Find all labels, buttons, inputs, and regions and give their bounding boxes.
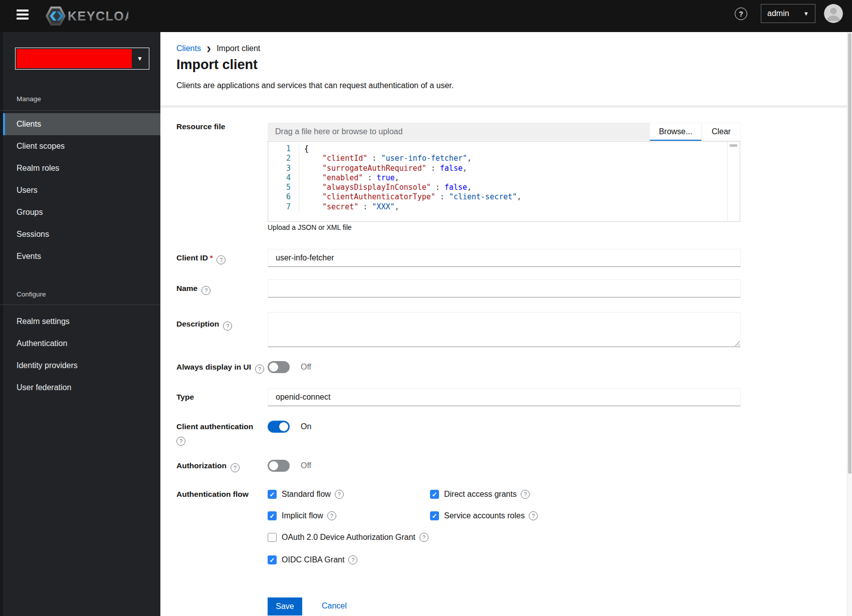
nav-group-configure: Configure xyxy=(17,290,46,298)
name-help-icon[interactable] xyxy=(201,286,210,295)
client-id-input[interactable] xyxy=(268,249,741,267)
resource-file-drop-input[interactable] xyxy=(268,123,650,141)
cancel-link[interactable]: Cancel xyxy=(322,601,347,610)
page-subtitle: Clients are applications and services th… xyxy=(176,81,454,90)
divider xyxy=(0,110,160,111)
divider xyxy=(0,304,160,305)
json-code-editor[interactable]: 1{ 2"clientId" : "user-info-fetcher", 3"… xyxy=(268,141,740,222)
keycloak-logo-image: KEYCLOAK xyxy=(44,5,128,27)
sidebar-item-sessions[interactable]: Sessions xyxy=(3,223,160,245)
chevron-right-icon xyxy=(206,46,211,52)
user-menu-dropdown[interactable]: admin xyxy=(761,4,815,23)
client-id-help-icon[interactable] xyxy=(217,255,226,264)
editor-scrollbar-thumb[interactable] xyxy=(730,144,737,147)
client-id-label: Client ID* xyxy=(176,253,265,264)
always-display-toggle[interactable] xyxy=(268,361,290,373)
top-bar: KEYCLOAK admin xyxy=(0,0,852,32)
browse-button[interactable]: Browse... xyxy=(650,123,702,141)
brand-text: KEYCLOAK xyxy=(68,9,128,23)
sidebar-item-identity-providers[interactable]: Identity providers xyxy=(3,355,160,377)
clear-button[interactable]: Clear xyxy=(702,123,741,141)
avatar[interactable] xyxy=(824,4,843,23)
checkbox-row-oauth-device-grant: OAuth 2.0 Device Authorization Grant xyxy=(268,533,429,542)
client-auth-label: Client authentication xyxy=(176,422,265,446)
checkbox-row-standard-flow: Standard flow xyxy=(268,490,344,499)
auth-flow-label: Authentication flow xyxy=(176,489,265,499)
description-textarea[interactable] xyxy=(268,312,741,347)
nav-group-manage: Manage xyxy=(17,95,41,103)
divider xyxy=(160,105,852,108)
resource-file-helper: Upload a JSON or XML file xyxy=(268,223,352,231)
breadcrumb-clients-link[interactable]: Clients xyxy=(176,44,201,53)
sidebar-item-realm-roles[interactable]: Realm roles xyxy=(3,157,160,179)
resource-file-label: Resource file xyxy=(176,122,265,132)
avatar-icon xyxy=(824,4,843,23)
authorization-help-icon[interactable] xyxy=(231,463,240,472)
sidebar-item-clients[interactable]: Clients xyxy=(3,113,160,135)
client-auth-toggle[interactable] xyxy=(268,421,290,433)
name-label: Name xyxy=(176,283,265,295)
breadcrumb-current: Import client xyxy=(217,44,260,53)
sidebar-item-realm-settings[interactable]: Realm settings xyxy=(3,311,160,333)
user-menu-label: admin xyxy=(767,9,789,18)
save-button[interactable]: Save xyxy=(268,597,302,615)
checkbox-row-direct-access: Direct access grants xyxy=(430,490,530,499)
description-label: Description xyxy=(176,319,265,331)
keycloak-logo[interactable]: KEYCLOAK xyxy=(44,5,128,29)
always-display-state: Off xyxy=(301,361,311,373)
implicit-flow-help-icon[interactable] xyxy=(327,511,336,520)
sidebar-item-events[interactable]: Events xyxy=(3,245,160,267)
service-accounts-roles-help-icon[interactable] xyxy=(529,511,538,520)
oidc-ciba-grant-checkbox[interactable] xyxy=(268,555,277,564)
authorization-label: Authorization xyxy=(176,461,265,472)
oauth-device-grant-help-icon[interactable] xyxy=(419,533,429,542)
sidebar: Manage Clients Client scopes Realm roles… xyxy=(0,32,160,616)
direct-access-grants-help-icon[interactable] xyxy=(521,490,530,499)
realm-selector[interactable] xyxy=(15,48,149,70)
type-label: Type xyxy=(176,392,265,402)
always-display-help-icon[interactable] xyxy=(255,365,264,374)
service-accounts-roles-checkbox[interactable] xyxy=(430,511,439,520)
main-content: Clients Import client Import client Clie… xyxy=(160,32,852,616)
always-display-label: Always display in UI xyxy=(176,362,265,374)
page-scrollbar[interactable] xyxy=(847,32,852,616)
client-auth-state: On xyxy=(301,421,311,433)
type-input[interactable] xyxy=(268,388,741,406)
realm-name-redacted xyxy=(17,49,132,68)
help-icon[interactable] xyxy=(735,8,747,20)
sidebar-item-groups[interactable]: Groups xyxy=(3,201,160,223)
authorization-state: Off xyxy=(301,460,311,472)
client-auth-help-icon[interactable] xyxy=(176,437,185,446)
sidebar-item-authentication[interactable]: Authentication xyxy=(3,333,160,355)
checkbox-row-service-accounts: Service accounts roles xyxy=(430,511,538,520)
standard-flow-checkbox[interactable] xyxy=(268,490,277,499)
page-scrollbar-thumb[interactable] xyxy=(848,33,851,474)
editor-scrollbar[interactable] xyxy=(727,142,740,221)
standard-flow-help-icon[interactable] xyxy=(335,490,344,499)
chevron-down-icon xyxy=(137,55,143,62)
hamburger-menu-icon[interactable] xyxy=(17,10,30,23)
code-lines: 1{ 2"clientId" : "user-info-fetcher", 3"… xyxy=(268,144,727,212)
sidebar-item-client-scopes[interactable]: Client scopes xyxy=(3,135,160,157)
direct-access-grants-checkbox[interactable] xyxy=(430,490,439,499)
name-input[interactable] xyxy=(268,279,741,297)
breadcrumb: Clients Import client xyxy=(176,44,260,53)
description-help-icon[interactable] xyxy=(223,322,232,331)
checkbox-row-implicit-flow: Implicit flow xyxy=(268,511,336,520)
authorization-toggle[interactable] xyxy=(268,460,290,472)
implicit-flow-checkbox[interactable] xyxy=(268,511,277,520)
oidc-ciba-grant-help-icon[interactable] xyxy=(348,555,357,564)
required-asterisk: * xyxy=(210,254,212,262)
chevron-down-icon xyxy=(803,11,809,17)
checkbox-row-oidc-ciba-grant: OIDC CIBA Grant xyxy=(268,555,357,564)
sidebar-item-user-federation[interactable]: User federation xyxy=(3,377,160,399)
oauth-device-grant-checkbox[interactable] xyxy=(268,533,277,542)
sidebar-item-users[interactable]: Users xyxy=(3,179,160,201)
page-title: Import client xyxy=(176,57,258,73)
